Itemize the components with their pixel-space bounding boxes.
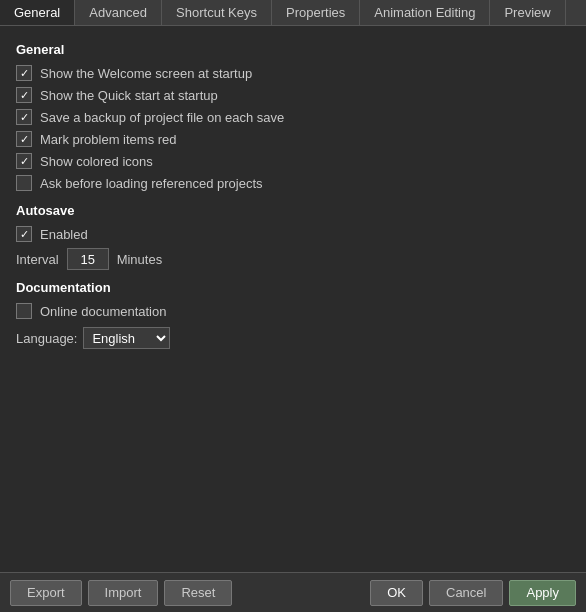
general-section-title: General: [16, 42, 570, 57]
tab-animation-editing[interactable]: Animation Editing: [360, 0, 490, 25]
tab-advanced[interactable]: Advanced: [75, 0, 162, 25]
bottom-bar: Export Import Reset OK Cancel Apply: [0, 572, 586, 612]
checkbox-ask-loading[interactable]: Ask before loading referenced projects: [16, 175, 570, 191]
export-button[interactable]: Export: [10, 580, 82, 606]
main-content: General Show the Welcome screen at start…: [0, 26, 586, 562]
interval-unit: Minutes: [117, 252, 163, 267]
language-label: Language:: [16, 331, 77, 346]
documentation-section: Documentation Online documentation Langu…: [16, 280, 570, 349]
checkbox-problem-items-box[interactable]: [16, 131, 32, 147]
checkbox-welcome-label: Show the Welcome screen at startup: [40, 66, 252, 81]
language-row: Language: English French German Spanish …: [16, 327, 570, 349]
checkbox-problem-items-label: Mark problem items red: [40, 132, 177, 147]
checkbox-ask-loading-box[interactable]: [16, 175, 32, 191]
autosave-enabled-label: Enabled: [40, 227, 88, 242]
checkbox-colored-icons-box[interactable]: [16, 153, 32, 169]
tab-bar: General Advanced Shortcut Keys Propertie…: [0, 0, 586, 26]
checkbox-quickstart-label: Show the Quick start at startup: [40, 88, 218, 103]
interval-row: Interval Minutes: [16, 248, 570, 270]
apply-button[interactable]: Apply: [509, 580, 576, 606]
checkbox-backup[interactable]: Save a backup of project file on each sa…: [16, 109, 570, 125]
checkbox-online-doc-box[interactable]: [16, 303, 32, 319]
tab-shortcut-keys[interactable]: Shortcut Keys: [162, 0, 272, 25]
checkbox-colored-icons[interactable]: Show colored icons: [16, 153, 570, 169]
checkbox-quickstart[interactable]: Show the Quick start at startup: [16, 87, 570, 103]
checkbox-backup-box[interactable]: [16, 109, 32, 125]
bottom-bar-right: OK Cancel Apply: [370, 580, 576, 606]
checkbox-quickstart-box[interactable]: [16, 87, 32, 103]
checkbox-ask-loading-label: Ask before loading referenced projects: [40, 176, 263, 191]
reset-button[interactable]: Reset: [164, 580, 232, 606]
documentation-section-title: Documentation: [16, 280, 570, 295]
checkbox-autosave-enabled[interactable]: Enabled: [16, 226, 570, 242]
ok-button[interactable]: OK: [370, 580, 423, 606]
tab-preview[interactable]: Preview: [490, 0, 565, 25]
tab-general[interactable]: General: [0, 0, 75, 25]
checkbox-online-doc[interactable]: Online documentation: [16, 303, 570, 319]
autosave-section-title: Autosave: [16, 203, 570, 218]
interval-label: Interval: [16, 252, 59, 267]
tab-properties[interactable]: Properties: [272, 0, 360, 25]
import-button[interactable]: Import: [88, 580, 159, 606]
cancel-button[interactable]: Cancel: [429, 580, 503, 606]
checkbox-welcome-box[interactable]: [16, 65, 32, 81]
checkbox-colored-icons-label: Show colored icons: [40, 154, 153, 169]
bottom-bar-left: Export Import Reset: [10, 580, 232, 606]
checkbox-welcome[interactable]: Show the Welcome screen at startup: [16, 65, 570, 81]
interval-input[interactable]: [67, 248, 109, 270]
language-select[interactable]: English French German Spanish Japanese: [83, 327, 170, 349]
checkbox-backup-label: Save a backup of project file on each sa…: [40, 110, 284, 125]
checkbox-autosave-box[interactable]: [16, 226, 32, 242]
checkbox-problem-items[interactable]: Mark problem items red: [16, 131, 570, 147]
online-doc-label: Online documentation: [40, 304, 166, 319]
